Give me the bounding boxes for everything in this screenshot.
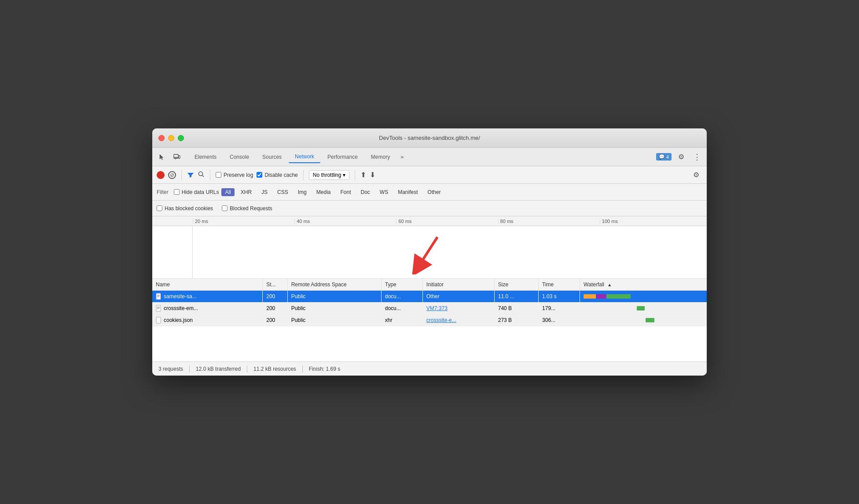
svg-rect-12 [156, 305, 161, 311]
upload-button[interactable]: ⬆ [360, 171, 366, 179]
waterfall-bar-purple [596, 294, 606, 299]
filter-chips: Hide data URLs All XHR JS CSS Img Media … [174, 188, 444, 196]
blocked-requests-text: Blocked Requests [230, 205, 272, 212]
td-addr-3: Public [287, 314, 381, 326]
filter-chip-doc[interactable]: Doc [357, 188, 374, 196]
table-header-row: Name St... Remote Address Space Type Ini… [152, 279, 707, 291]
preserve-log-label[interactable]: Preserve log [216, 172, 253, 178]
download-button[interactable]: ⬇ [370, 171, 375, 179]
toolbar-divider-3 [303, 170, 304, 180]
hide-data-urls-label[interactable]: Hide data URLs [174, 189, 219, 195]
notification-badge[interactable]: 💬 4 [656, 153, 672, 161]
td-name-2: crosssite-em... [152, 303, 263, 314]
td-time-2: 179... [539, 303, 580, 314]
record-button[interactable] [157, 171, 165, 179]
tab-performance[interactable]: Performance [321, 151, 364, 163]
tab-sources[interactable]: Sources [256, 151, 288, 163]
red-arrow-annotation [409, 235, 444, 276]
more-options-button[interactable]: ⋮ [691, 151, 703, 163]
filter-chip-all[interactable]: All [221, 188, 234, 196]
td-addr-2: Public [287, 303, 381, 314]
status-divider-1 [189, 365, 190, 373]
clear-button[interactable]: ⊘ [168, 171, 176, 179]
network-table-container[interactable]: Name St... Remote Address Space Type Ini… [152, 279, 707, 326]
disable-cache-label[interactable]: Disable cache [257, 172, 297, 178]
td-time-3: 306... [539, 314, 580, 326]
has-blocked-cookies-label[interactable]: Has blocked cookies [157, 205, 213, 212]
table-row[interactable]: crosssite-em... 200 Public docu... VM7:3… [152, 303, 707, 314]
search-button[interactable] [198, 171, 205, 179]
timeline-header-row: 20 ms 40 ms 60 ms 80 ms 100 ms [152, 216, 707, 226]
close-button[interactable] [158, 135, 165, 141]
svg-line-5 [202, 175, 204, 177]
minimize-button[interactable] [168, 135, 174, 141]
th-address[interactable]: Remote Address Space [287, 279, 381, 291]
disable-cache-text: Disable cache [264, 172, 297, 178]
filter-chip-other[interactable]: Other [424, 188, 444, 196]
filter-label: Filter [157, 189, 169, 195]
tab-console[interactable]: Console [224, 151, 255, 163]
th-type[interactable]: Type [381, 279, 422, 291]
th-status[interactable]: St... [263, 279, 287, 291]
status-requests: 3 requests [158, 366, 183, 372]
status-transferred: 12.0 kB transferred [196, 366, 241, 372]
settings-button[interactable]: ⚙ [675, 151, 687, 163]
throttle-arrow: ▾ [343, 172, 345, 178]
cursor-icon[interactable] [156, 151, 168, 163]
status-finish: Finish: 1.69 s [309, 366, 340, 372]
blocked-requests-label[interactable]: Blocked Requests [222, 205, 272, 212]
has-blocked-cookies-text: Has blocked cookies [165, 205, 213, 212]
filter-chip-manifest[interactable]: Manifest [394, 188, 421, 196]
filter-chip-img[interactable]: Img [294, 188, 310, 196]
td-size-1: 11.0 ... [494, 291, 538, 303]
filter-bar2: Has blocked cookies Blocked Requests [152, 201, 707, 216]
toolbar-divider-2 [210, 170, 210, 180]
marker-60ms: 60 ms [396, 219, 498, 224]
th-initiator[interactable]: Initiator [422, 279, 494, 291]
td-waterfall-1 [580, 291, 707, 303]
disable-cache-checkbox[interactable] [257, 172, 262, 178]
th-name[interactable]: Name [152, 279, 263, 291]
status-resources: 11.2 kB resources [253, 366, 296, 372]
tab-memory[interactable]: Memory [365, 151, 396, 163]
th-waterfall[interactable]: Waterfall ▲ [580, 279, 707, 291]
toolbar-divider-4 [355, 170, 355, 180]
table-row[interactable]: samesite-sa... 200 Public docu... Other … [152, 291, 707, 303]
svg-rect-8 [156, 293, 161, 299]
td-name-1: samesite-sa... [152, 291, 263, 303]
preserve-log-checkbox[interactable] [216, 172, 221, 178]
th-size[interactable]: Size [494, 279, 538, 291]
td-waterfall-2 [580, 303, 707, 314]
hide-data-urls-checkbox[interactable] [174, 189, 180, 195]
marker-40ms: 40 ms [294, 219, 396, 224]
device-icon[interactable] [171, 151, 183, 163]
network-toolbar: ⊘ Preserve log Disable cache No throttli… [152, 166, 707, 184]
tab-more[interactable]: » [397, 152, 407, 162]
table-row[interactable]: cookies.json 200 Public xhr crosssite-e.… [152, 314, 707, 326]
has-blocked-cookies-checkbox[interactable] [157, 205, 162, 211]
badge-count: 4 [666, 154, 669, 160]
th-time[interactable]: Time [539, 279, 580, 291]
title-bar: DevTools - samesite-sandbox.glitch.me/ [152, 128, 707, 148]
svg-rect-16 [156, 317, 161, 323]
timeline-chart [152, 226, 707, 279]
throttle-select[interactable]: No throttling ▾ [309, 170, 350, 180]
td-size-3: 273 B [494, 314, 538, 326]
tab-elements[interactable]: Elements [188, 151, 223, 163]
waterfall-bar-green-2 [637, 306, 645, 310]
maximize-button[interactable] [178, 135, 184, 141]
filter-chip-media[interactable]: Media [313, 188, 334, 196]
tab-network[interactable]: Network [289, 151, 320, 163]
toolbar-divider-1 [181, 170, 182, 180]
filter-chip-css[interactable]: CSS [274, 188, 292, 196]
filter-chip-js[interactable]: JS [258, 188, 271, 196]
network-settings-button[interactable]: ⚙ [690, 169, 702, 181]
blocked-requests-checkbox[interactable] [222, 205, 228, 211]
timeline-chart-left [152, 226, 193, 278]
filter-chip-font[interactable]: Font [337, 188, 354, 196]
td-time-1: 1.03 s [539, 291, 580, 303]
filter-chip-xhr[interactable]: XHR [237, 188, 255, 196]
waterfall-bar-orange [584, 294, 596, 299]
filter-button[interactable] [187, 172, 194, 179]
filter-chip-ws[interactable]: WS [376, 188, 392, 196]
